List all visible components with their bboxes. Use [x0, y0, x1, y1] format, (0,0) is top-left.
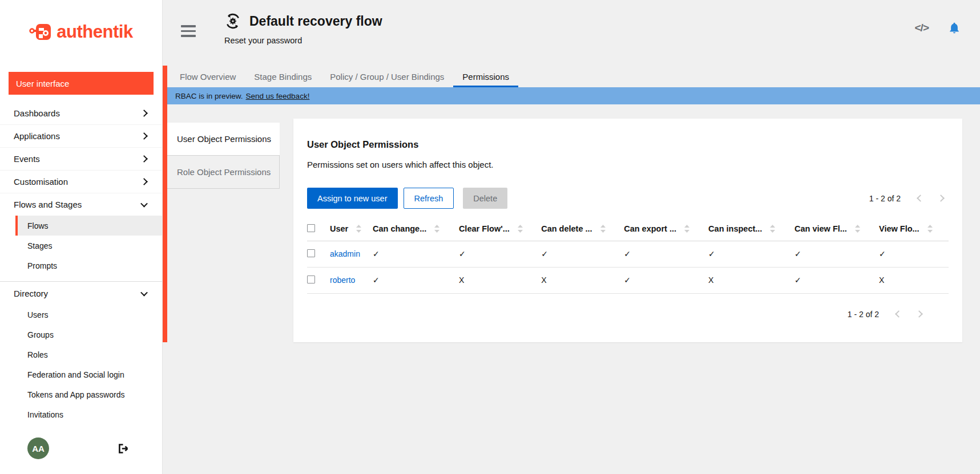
- perm-value: ✓: [459, 249, 466, 258]
- hamburger-menu-icon[interactable]: [181, 25, 196, 40]
- sidebar-subitem-roles[interactable]: Roles: [15, 345, 162, 364]
- sidebar-subitem-users[interactable]: Users: [15, 305, 162, 325]
- sidebar-subitem-federation[interactable]: Federation and Social login: [15, 364, 162, 384]
- row-checkbox[interactable]: [307, 276, 315, 283]
- sidebar-item-directory[interactable]: Directory: [0, 282, 162, 305]
- authentik-key-icon: [29, 22, 53, 42]
- tab-permissions[interactable]: Permissions: [453, 66, 518, 87]
- perm-value: ✓: [373, 276, 380, 285]
- sidebar-subitem-label: Groups: [27, 330, 54, 339]
- sidebar-subitem-groups[interactable]: Groups: [15, 325, 162, 345]
- sidebar-item-label: Events: [14, 154, 40, 164]
- table-row: akadmin ✓ ✓ ✓ ✓ ✓ ✓ ✓: [307, 241, 949, 267]
- rbac-preview-banner: RBAC is in preview. Send us feedback!: [163, 87, 980, 104]
- chevron-down-icon: [140, 290, 147, 297]
- feedback-link[interactable]: Send us feedback!: [246, 92, 310, 100]
- sidebar-item-label: Applications: [14, 131, 60, 141]
- sidebar-item-applications[interactable]: Applications: [0, 124, 162, 147]
- perm-value: ✓: [541, 249, 548, 258]
- chevron-right-icon: [140, 156, 147, 163]
- sort-icon[interactable]: [600, 225, 606, 234]
- pagination-prev-icon[interactable]: [912, 193, 928, 204]
- sidebar-nav: Dashboards Applications Events Customisa…: [0, 102, 162, 431]
- sort-icon[interactable]: [356, 225, 361, 234]
- tab-label: Permissions: [462, 72, 509, 82]
- sidebar-subitem-label: Tokens and App passwords: [27, 390, 124, 399]
- sidebar-item-flows-and-stages[interactable]: Flows and Stages: [0, 193, 162, 216]
- sidebar-item-events[interactable]: Events: [0, 147, 162, 170]
- perm-value: ✓: [624, 249, 631, 258]
- sidebar-item-label: Directory: [14, 289, 48, 298]
- assign-to-new-user-button[interactable]: Assign to new user: [307, 188, 398, 209]
- avatar[interactable]: AA: [27, 437, 49, 459]
- sidebar-item-customisation[interactable]: Customisation: [0, 170, 162, 193]
- column-can-change[interactable]: Can change...: [373, 218, 459, 241]
- accent-bar: [163, 66, 167, 342]
- user-link[interactable]: roberto: [330, 276, 355, 285]
- column-view-flow[interactable]: View Flo...: [879, 218, 949, 241]
- permissions-table: User Can change... Clear Flow'... Can de…: [307, 218, 949, 294]
- sidebar-subitem-flows[interactable]: Flows: [15, 216, 162, 236]
- user-interface-label: User interface: [16, 79, 69, 88]
- sidebar-subitem-invitations[interactable]: Invitations: [15, 404, 162, 424]
- tab-bar: Flow Overview Stage Bindings Policy / Gr…: [163, 66, 980, 87]
- side-tab-label: Role Object Permissions: [177, 167, 271, 177]
- sidebar-user-row: AA: [0, 431, 162, 474]
- select-all-checkbox[interactable]: [307, 224, 315, 232]
- banner-text: RBAC is in preview.: [175, 92, 243, 100]
- column-can-export[interactable]: Can export ...: [624, 218, 708, 241]
- sort-icon[interactable]: [684, 225, 689, 234]
- perm-value: X: [708, 276, 713, 285]
- pagination-next-icon[interactable]: [933, 193, 949, 204]
- side-tab-role-object-permissions[interactable]: Role Object Permissions: [163, 156, 280, 189]
- side-tab-user-object-permissions[interactable]: User Object Permissions: [163, 123, 280, 156]
- api-code-icon[interactable]: </>: [915, 22, 929, 34]
- chevron-right-icon: [140, 179, 147, 185]
- sidebar-subitem-tokens[interactable]: Tokens and App passwords: [15, 384, 162, 404]
- column-clear-flow[interactable]: Clear Flow'...: [459, 218, 541, 241]
- content-area: User Object Permissions Role Object Perm…: [163, 104, 980, 474]
- sidebar-subitem-stages[interactable]: Stages: [15, 236, 162, 256]
- tab-label: Stage Bindings: [254, 72, 312, 82]
- tab-stage-bindings[interactable]: Stage Bindings: [245, 66, 321, 87]
- delete-button: Delete: [463, 188, 507, 209]
- permission-side-tabs: User Object Permissions Role Object Perm…: [163, 123, 280, 189]
- refresh-button[interactable]: Refresh: [404, 188, 454, 209]
- row-checkbox[interactable]: [307, 249, 315, 257]
- sidebar-subitem-label: Stages: [27, 241, 53, 250]
- main-area: Default recovery flow Reset your passwor…: [163, 0, 980, 474]
- page-header: Default recovery flow Reset your passwor…: [224, 13, 382, 45]
- sort-icon[interactable]: [770, 225, 775, 234]
- tab-flow-overview[interactable]: Flow Overview: [171, 66, 245, 87]
- avatar-initials: AA: [32, 444, 45, 453]
- notifications-bell-icon[interactable]: [948, 22, 961, 34]
- sidebar-subitem-label: Roles: [27, 350, 48, 359]
- pagination-prev-icon[interactable]: [890, 309, 906, 320]
- card-title: User Object Permissions: [307, 139, 949, 150]
- sort-icon[interactable]: [855, 225, 860, 234]
- brand-logo[interactable]: authentik: [0, 0, 162, 64]
- sidebar-subitem-prompts[interactable]: Prompts: [15, 256, 162, 276]
- table-header-row: User Can change... Clear Flow'... Can de…: [307, 218, 949, 241]
- sort-icon[interactable]: [434, 225, 439, 234]
- sidebar-item-label: Customisation: [14, 177, 68, 187]
- column-can-inspect[interactable]: Can inspect...: [708, 218, 795, 241]
- user-link[interactable]: akadmin: [330, 249, 360, 258]
- sort-icon[interactable]: [927, 225, 933, 234]
- pagination-label: 1 - 2 of 2: [869, 194, 901, 203]
- sort-icon[interactable]: [518, 225, 523, 234]
- user-interface-switch[interactable]: User interface: [9, 72, 154, 95]
- logout-icon[interactable]: [117, 443, 129, 455]
- column-user[interactable]: User: [330, 218, 373, 241]
- side-tab-label: User Object Permissions: [177, 134, 271, 144]
- tab-label: Flow Overview: [180, 72, 236, 82]
- perm-value: X: [541, 276, 546, 285]
- sidebar-subitem-label: Federation and Social login: [27, 370, 124, 379]
- column-can-delete[interactable]: Can delete ...: [541, 218, 624, 241]
- sidebar-item-dashboards[interactable]: Dashboards: [0, 102, 162, 124]
- column-can-view[interactable]: Can view Fl...: [795, 218, 879, 241]
- perm-value: ✓: [708, 249, 715, 258]
- tab-policy-group-user-bindings[interactable]: Policy / Group / User Bindings: [321, 66, 453, 87]
- pagination-next-icon[interactable]: [911, 309, 927, 320]
- brand-name: authentik: [57, 22, 132, 42]
